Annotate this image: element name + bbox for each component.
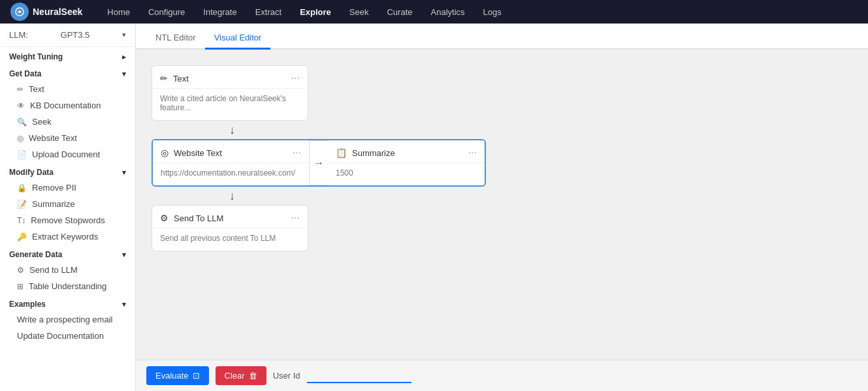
modify-data-label: Modify Data — [9, 168, 54, 177]
nav-curate[interactable]: Curate — [378, 0, 421, 23]
sidebar-item-update-documentation[interactable]: Update Documentation — [0, 328, 135, 344]
summarize-node-menu-icon[interactable]: ··· — [468, 147, 477, 159]
llm-value: GPT3.5 — [61, 30, 90, 40]
sidebar-item-table-label: Table Understanding — [29, 281, 106, 291]
group-arrow: → — [310, 140, 328, 185]
summarize-node-icon: 📋 — [336, 148, 347, 158]
sidebar-item-upload-label: Upload Document — [32, 149, 100, 159]
section-generate-data[interactable]: Generate Data ▾ — [0, 245, 135, 262]
sidebar-item-kb-documentation[interactable]: 👁 KB Documentation — [0, 97, 135, 114]
generate-data-label: Generate Data — [9, 250, 62, 259]
clear-label: Clear — [225, 371, 245, 381]
upload-item-icon: 📄 — [17, 150, 27, 159]
send-llm-node-icon: ⚙ — [160, 213, 169, 223]
sidebar-item-update-doc-label: Update Documentation — [17, 331, 104, 341]
arrow-2: ↓ — [152, 187, 235, 205]
section-get-data[interactable]: Get Data ▾ — [0, 64, 135, 81]
kb-item-icon: 👁 — [17, 101, 25, 110]
keywords-item-icon: 🔑 — [17, 232, 27, 242]
website-node-menu-icon[interactable]: ··· — [293, 147, 301, 159]
evaluate-button[interactable]: Evaluate ⊡ — [146, 366, 209, 385]
sidebar-item-extract-keywords[interactable]: 🔑 Extract Keywords — [0, 228, 135, 245]
evaluate-label: Evaluate — [155, 371, 189, 381]
sidebar-item-prospecting-label: Write a prospecting email — [17, 315, 112, 324]
sidebar-item-seek-label: Seek — [32, 117, 52, 127]
arrow-1: ↓ — [152, 121, 235, 139]
sidebar-item-remove-pii[interactable]: 🔒 Remove PII — [0, 180, 135, 196]
sidebar-item-stopwords-label: Remove Stopwords — [31, 215, 104, 225]
send-llm-node-title: ⚙ Send To LLM — [160, 213, 223, 223]
summarize-item-icon: 📝 — [17, 200, 27, 209]
text-node-body: Write a cited article on NeuralSeek's fe… — [152, 89, 308, 120]
nav-seek[interactable]: Seek — [340, 0, 378, 23]
llm-selector[interactable]: LLM: GPT3.5 ▾ — [0, 23, 135, 47]
generate-data-chevron-icon: ▾ — [122, 251, 126, 259]
logo-icon — [10, 3, 29, 21]
sidebar-item-kb-label: KB Documentation — [30, 101, 101, 110]
tab-visual-editor[interactable]: Visual Editor — [205, 27, 271, 50]
nav-home[interactable]: Home — [98, 0, 139, 23]
nav-logo: NeuralSeek — [10, 3, 82, 21]
sidebar-item-prospecting-email[interactable]: Write a prospecting email — [0, 311, 135, 328]
flow-group-row: ◎ Website Text ··· https://documentation… — [152, 139, 486, 187]
summarize-node-label: Summarize — [352, 148, 395, 158]
nav-analytics[interactable]: Analytics — [422, 0, 474, 23]
section-modify-data[interactable]: Modify Data ▾ — [0, 163, 135, 180]
text-node-content: Write a cited article on NeuralSeek's fe… — [160, 94, 286, 112]
weight-tuning-chevron-icon: ▸ — [122, 53, 126, 61]
examples-chevron-icon: ▾ — [122, 300, 126, 309]
summarize-node-body: 1500 — [328, 163, 485, 185]
canvas: ✏ Text ··· Write a cited article on Neur… — [136, 50, 868, 360]
text-node-title: ✏ Text — [160, 73, 189, 84]
section-examples[interactable]: Examples ▾ — [0, 294, 135, 311]
website-node-header: ◎ Website Text ··· — [153, 140, 309, 163]
sidebar-item-text[interactable]: ✏ Text — [0, 81, 135, 97]
user-id-input[interactable] — [307, 368, 411, 383]
flow-container: ✏ Text ··· Write a cited article on Neur… — [152, 65, 852, 251]
top-nav: NeuralSeek Home Configure Integrate Extr… — [0, 0, 868, 23]
sidebar-item-website-text[interactable]: ◎ Website Text — [0, 130, 135, 146]
summarize-node-content: 1500 — [336, 168, 353, 178]
website-node-label: Website Text — [174, 148, 222, 158]
sidebar-item-remove-stopwords[interactable]: T↕ Remove Stopwords — [0, 212, 135, 228]
llm-chevron-icon: ▾ — [122, 31, 126, 39]
website-text-flow-node: ◎ Website Text ··· https://documentation… — [153, 140, 310, 185]
main-layout: LLM: GPT3.5 ▾ Weight Tuning ▸ Get Data ▾… — [0, 23, 868, 391]
sidebar-item-summarize-label: Summarize — [32, 199, 75, 209]
tab-ntl-editor[interactable]: NTL Editor — [146, 27, 205, 50]
sidebar-item-seek[interactable]: 🔍 Seek — [0, 114, 135, 130]
nav-integrate[interactable]: Integrate — [194, 0, 246, 23]
send-llm-node-header: ⚙ Send To LLM ··· — [152, 206, 308, 228]
sidebar-item-send-llm-label: Send to LLM — [29, 265, 78, 275]
get-data-chevron-icon: ▾ — [122, 70, 126, 78]
nav-logs[interactable]: Logs — [474, 0, 511, 23]
sidebar-item-keywords-label: Extract Keywords — [32, 232, 98, 242]
website-node-body: https://documentation.neuralseek.com/ — [153, 163, 309, 185]
sidebar-item-summarize[interactable]: 📝 Summarize — [0, 196, 135, 212]
summarize-node-header: 📋 Summarize ··· — [328, 140, 485, 163]
text-node-menu-icon[interactable]: ··· — [291, 72, 300, 84]
evaluate-icon: ⊡ — [193, 371, 200, 381]
send-llm-node-label: Send To LLM — [174, 213, 223, 223]
sidebar-item-table-understanding[interactable]: ⊞ Table Understanding — [0, 278, 135, 294]
section-weight-tuning[interactable]: Weight Tuning ▸ — [0, 47, 135, 64]
website-node-content: https://documentation.neuralseek.com/ — [161, 168, 295, 178]
sidebar-item-send-to-llm[interactable]: ⚙ Send to LLM — [0, 262, 135, 278]
sidebar-item-upload-document[interactable]: 📄 Upload Document — [0, 146, 135, 163]
send-llm-item-icon: ⚙ — [17, 266, 24, 275]
table-item-icon: ⊞ — [17, 282, 24, 291]
modify-data-chevron-icon: ▾ — [122, 168, 126, 177]
website-node-title: ◎ Website Text — [161, 148, 222, 158]
text-flow-node: ✏ Text ··· Write a cited article on Neur… — [152, 65, 308, 121]
sidebar-item-website-label: Website Text — [29, 133, 77, 143]
nav-extract[interactable]: Extract — [246, 0, 291, 23]
get-data-label: Get Data — [9, 69, 41, 78]
clear-button[interactable]: Clear 🗑 — [216, 366, 266, 385]
nav-configure[interactable]: Configure — [139, 0, 194, 23]
text-node-header: ✏ Text ··· — [152, 66, 308, 89]
nav-explore[interactable]: Explore — [291, 0, 340, 23]
send-llm-node-menu-icon[interactable]: ··· — [291, 212, 300, 224]
logo-text: NeuralSeek — [33, 7, 82, 17]
website-node-icon: ◎ — [161, 148, 169, 158]
summarize-flow-node: 📋 Summarize ··· 1500 — [328, 140, 485, 185]
